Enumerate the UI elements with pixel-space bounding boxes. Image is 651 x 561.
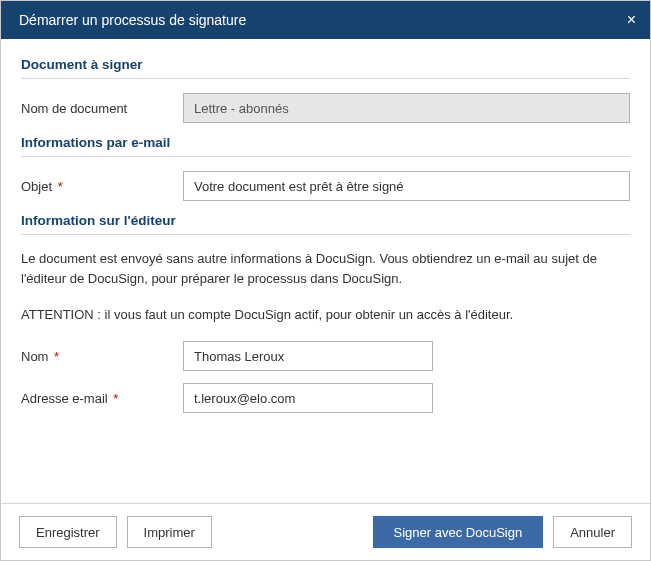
label-docname: Nom de document [21,101,183,116]
sign-docusign-button[interactable]: Signer avec DocuSign [373,516,544,548]
field-editor-email [183,383,433,413]
label-editor-email: Adresse e-mail * [21,391,183,406]
editor-info-2: ATTENTION : il vous faut un compte DocuS… [21,305,630,325]
field-docname [183,93,630,123]
label-editor-name-text: Nom [21,349,48,364]
section-header-editor: Information sur l'éditeur [21,213,630,235]
label-editor-name: Nom * [21,349,183,364]
cancel-button[interactable]: Annuler [553,516,632,548]
save-button[interactable]: Enregistrer [19,516,117,548]
section-header-email: Informations par e-mail [21,135,630,157]
close-icon[interactable]: × [627,12,636,28]
label-subject-text: Objet [21,179,52,194]
row-subject: Objet * [21,171,630,201]
row-editor-email: Adresse e-mail * [21,383,630,413]
field-editor-name [183,341,433,371]
editor-info-1: Le document est envoyé sans autre inform… [21,249,630,289]
dialog-title: Démarrer un processus de signature [19,12,246,28]
required-mark: * [113,391,118,406]
field-subject [183,171,630,201]
dialog-content: Document à signer Nom de document Inform… [1,39,650,503]
titlebar: Démarrer un processus de signature × [1,1,650,39]
docname-input [183,93,630,123]
required-mark: * [54,349,59,364]
signature-dialog: Démarrer un processus de signature × Doc… [0,0,651,561]
editor-name-input[interactable] [183,341,433,371]
row-docname: Nom de document [21,93,630,123]
editor-email-input[interactable] [183,383,433,413]
label-editor-email-text: Adresse e-mail [21,391,108,406]
subject-input[interactable] [183,171,630,201]
row-editor-name: Nom * [21,341,630,371]
print-button[interactable]: Imprimer [127,516,212,548]
section-header-document: Document à signer [21,57,630,79]
dialog-footer: Enregistrer Imprimer Signer avec DocuSig… [1,503,650,560]
required-mark: * [58,179,63,194]
label-subject: Objet * [21,179,183,194]
